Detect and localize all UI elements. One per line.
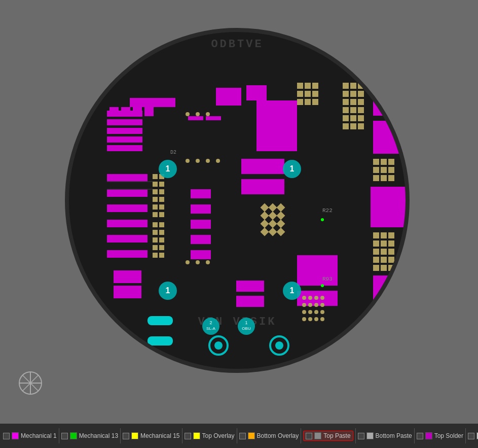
svg-rect-34 <box>350 115 356 121</box>
layer-checkbox-mechanical1[interactable] <box>3 433 10 439</box>
pcb-symbol <box>18 370 43 396</box>
layer-checkbox-mechanical15[interactable] <box>123 433 129 439</box>
svg-rect-96 <box>159 253 164 258</box>
layer-color-mechanical1 <box>12 432 19 439</box>
layer-item-top-overlay[interactable]: Top Overlay <box>185 432 235 439</box>
svg-rect-178 <box>188 116 203 120</box>
svg-rect-142 <box>314 310 318 314</box>
svg-rect-137 <box>308 303 312 307</box>
layer-label-mechanical15: Mechanical 15 <box>140 432 179 439</box>
layer-item-bottom-paste[interactable]: Bottom Paste <box>358 432 412 439</box>
svg-rect-99 <box>262 159 284 174</box>
svg-rect-86 <box>159 212 164 217</box>
layer-item-top-paste[interactable]: Top Paste <box>303 431 353 441</box>
layer-checkbox-mechanical13[interactable] <box>61 433 68 439</box>
svg-rect-107 <box>261 220 269 228</box>
svg-rect-14 <box>312 83 318 89</box>
svg-rect-114 <box>236 296 264 307</box>
svg-rect-64 <box>381 265 387 271</box>
layer-item-bottom-overlay[interactable]: Bottom Overlay <box>239 432 299 439</box>
svg-rect-42 <box>381 159 387 165</box>
layer-label-top-overlay: Top Overlay <box>202 432 235 439</box>
svg-rect-54 <box>373 240 379 247</box>
svg-rect-65 <box>388 265 394 271</box>
svg-text:1: 1 <box>290 286 295 295</box>
layer-label-mechanical1: Mechanical 1 <box>21 432 57 439</box>
svg-rect-46 <box>388 167 394 173</box>
svg-rect-91 <box>153 237 158 243</box>
svg-rect-16 <box>305 91 311 97</box>
svg-rect-23 <box>358 83 364 89</box>
svg-rect-79 <box>153 189 158 194</box>
svg-rect-59 <box>388 249 394 255</box>
layer-checkbox-top-paste[interactable] <box>306 433 312 439</box>
svg-rect-13 <box>305 83 311 89</box>
svg-rect-72 <box>107 220 148 227</box>
svg-rect-20 <box>312 99 318 105</box>
layer-item-top-solder[interactable]: Top Solder <box>417 432 463 439</box>
layer-checkbox-top-solder[interactable] <box>417 433 423 439</box>
svg-rect-135 <box>320 296 324 300</box>
svg-rect-140 <box>302 310 306 314</box>
svg-rect-67 <box>363 316 396 331</box>
layer-item-bottom-solder[interactable]: Bottom Solder <box>468 432 478 439</box>
svg-rect-44 <box>373 167 379 173</box>
svg-rect-89 <box>153 230 158 235</box>
svg-rect-26 <box>358 91 364 97</box>
svg-rect-119 <box>148 316 173 325</box>
svg-rect-9 <box>144 107 154 116</box>
svg-rect-15 <box>297 91 303 97</box>
svg-rect-120 <box>148 336 173 346</box>
svg-rect-87 <box>153 222 158 227</box>
svg-rect-103 <box>277 203 285 212</box>
svg-point-171 <box>321 218 324 221</box>
svg-rect-143 <box>320 310 324 314</box>
layer-label-mechanical13: Mechanical 13 <box>79 432 118 439</box>
svg-rect-50 <box>371 187 406 227</box>
svg-rect-31 <box>350 107 356 113</box>
svg-rect-74 <box>107 250 148 258</box>
svg-rect-126 <box>196 159 200 163</box>
svg-rect-134 <box>314 296 318 300</box>
svg-rect-3 <box>107 128 142 134</box>
svg-rect-128 <box>216 159 220 163</box>
svg-rect-52 <box>381 232 387 238</box>
svg-rect-22 <box>350 83 356 89</box>
svg-rect-78 <box>159 182 164 187</box>
svg-rect-113 <box>236 281 264 292</box>
layer-color-bottom-overlay <box>248 432 255 439</box>
layer-checkbox-bottom-paste[interactable] <box>358 433 364 439</box>
svg-rect-80 <box>159 189 164 194</box>
layer-label-bottom-overlay: Bottom Overlay <box>257 432 299 439</box>
pcb-board[interactable]: ODBTVE VIN VISIK <box>65 28 410 373</box>
layer-item-mechanical15[interactable]: Mechanical 15 <box>123 432 179 439</box>
layer-checkbox-bottom-overlay[interactable] <box>239 433 246 439</box>
svg-rect-70 <box>107 189 148 197</box>
svg-rect-11 <box>246 85 267 100</box>
svg-rect-24 <box>343 91 349 97</box>
pcb-canvas: ODBTVE VIN VISIK <box>0 0 478 424</box>
svg-rect-82 <box>159 197 164 202</box>
svg-rect-81 <box>153 197 158 202</box>
svg-rect-63 <box>373 265 379 271</box>
svg-rect-102 <box>269 203 277 212</box>
layer-item-mechanical1[interactable]: Mechanical 1 <box>3 432 57 439</box>
svg-rect-112 <box>277 228 285 236</box>
svg-rect-133 <box>308 296 312 300</box>
svg-rect-94 <box>159 245 164 250</box>
svg-rect-124 <box>206 112 210 116</box>
svg-rect-21 <box>343 83 349 89</box>
svg-rect-118 <box>114 286 141 298</box>
layer-color-top-solder <box>425 432 432 439</box>
svg-rect-29 <box>358 99 364 105</box>
svg-rect-69 <box>107 174 148 182</box>
layer-checkbox-top-overlay[interactable] <box>185 433 191 439</box>
svg-text:SL-A: SL-A <box>206 326 215 331</box>
svg-text:1: 1 <box>166 164 170 173</box>
layer-item-mechanical13[interactable]: Mechanical 13 <box>61 432 118 439</box>
svg-rect-88 <box>159 222 164 227</box>
svg-text:D2: D2 <box>170 150 176 155</box>
layer-checkbox-bottom-solder[interactable] <box>468 433 474 439</box>
svg-rect-2 <box>107 119 142 125</box>
svg-rect-111 <box>269 228 277 236</box>
